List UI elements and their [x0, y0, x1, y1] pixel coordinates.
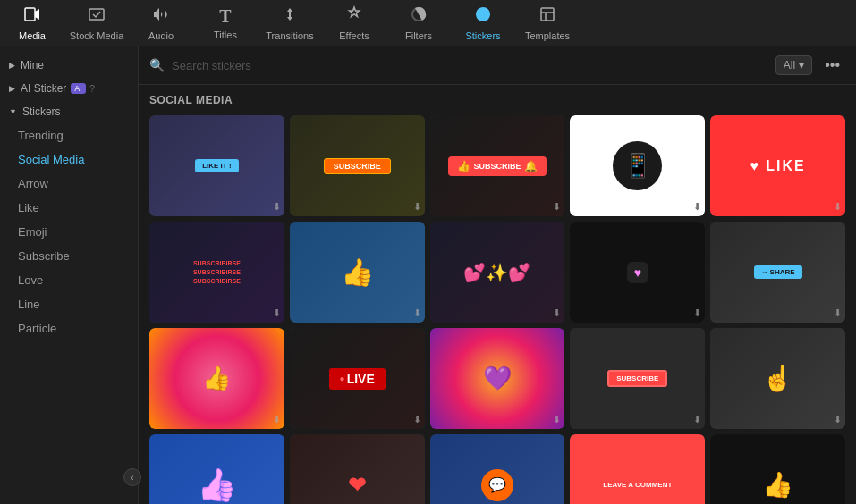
- download-icon[interactable]: ⬇: [693, 201, 701, 213]
- nav-stock-media-label: Stock Media: [70, 30, 124, 41]
- nav-effects[interactable]: Effects: [322, 0, 386, 46]
- more-options-button[interactable]: •••: [819, 55, 845, 75]
- search-input[interactable]: [172, 59, 768, 72]
- nav-stock-media[interactable]: Stock Media: [64, 0, 129, 46]
- sticker-item[interactable]: → SHARE ⬇: [710, 222, 845, 323]
- sidebar-item-like[interactable]: Like: [0, 196, 138, 220]
- sticker-item[interactable]: SUBSCRIBE ⬇: [290, 115, 425, 216]
- nav-templates[interactable]: Templates: [515, 0, 580, 46]
- sidebar-item-particle[interactable]: Particle: [0, 316, 138, 340]
- nav-titles-label: Titles: [214, 29, 237, 40]
- sticker-item[interactable]: 👍 SUBSCRIBE 🔔 ⬇: [430, 115, 565, 216]
- svg-rect-2: [541, 8, 554, 21]
- effects-icon: [345, 5, 363, 28]
- download-icon[interactable]: ⬇: [273, 307, 281, 319]
- transitions-icon: [281, 5, 299, 28]
- sticker-item[interactable]: ●LIVE ⬇: [290, 328, 425, 429]
- sidebar-item-social-media[interactable]: Social Media: [0, 147, 138, 172]
- sidebar-mine-label: Mine: [21, 59, 44, 71]
- nav-titles[interactable]: T Titles: [193, 0, 258, 46]
- sticker-item[interactable]: 👍 ⬇: [149, 434, 284, 504]
- nav-audio-label: Audio: [148, 30, 174, 41]
- sticker-item[interactable]: 👍 ⬇: [290, 222, 425, 323]
- nav-filters[interactable]: Filters: [386, 0, 451, 46]
- sticker-grid: LIKE IT ! ⬇ SUBSCRIBE ⬇ 👍 SUBSCRIBE 🔔: [149, 115, 845, 504]
- sidebar-item-emoji[interactable]: Emoji: [0, 220, 138, 244]
- dropdown-chevron-icon: ▾: [799, 59, 804, 71]
- download-icon[interactable]: ⬇: [693, 414, 701, 425]
- nav-media[interactable]: Media: [0, 0, 64, 46]
- svg-rect-1: [89, 9, 104, 20]
- sticker-item[interactable]: LIKE IT ! ⬇: [149, 115, 284, 216]
- content-area: 🔍 All ▾ ••• SOCIAL MEDIA LIKE IT ! ⬇: [139, 46, 856, 504]
- nav-transitions-label: Transitions: [266, 30, 313, 41]
- sticker-item[interactable]: SUBSCRIBE ⬇: [570, 328, 705, 429]
- media-icon: [23, 5, 41, 28]
- titles-icon: T: [219, 6, 231, 27]
- download-icon[interactable]: ⬇: [273, 201, 281, 213]
- sidebar-mine[interactable]: ▶ Mine: [0, 54, 138, 77]
- sidebar-item-trending[interactable]: Trending: [0, 123, 138, 147]
- sidebar-item-line[interactable]: Line: [0, 292, 138, 316]
- ai-badge: AI: [71, 83, 86, 94]
- download-icon[interactable]: ⬇: [834, 414, 842, 425]
- nav-audio[interactable]: Audio: [129, 0, 193, 46]
- sticker-item[interactable]: ♥ LIKE ⬇: [710, 115, 845, 216]
- sidebar-stickers-header[interactable]: ▼ Stickers: [0, 100, 138, 123]
- sticker-item[interactable]: ☝️ ⬇: [710, 328, 845, 429]
- sidebar-stickers-label: Stickers: [22, 105, 61, 118]
- chevron-right-ai-icon: ▶: [9, 84, 15, 93]
- sidebar-ai-sticker[interactable]: ▶ AI Sticker AI ?: [0, 77, 138, 100]
- sticker-item[interactable]: 👍 ⬇: [149, 328, 284, 429]
- sticker-item[interactable]: SUBSCRIBIRSESUBSCRIBIRSESUBSCRIBIRSE ⬇: [149, 222, 284, 323]
- sidebar-item-love[interactable]: Love: [0, 268, 138, 292]
- stickers-icon: [474, 5, 492, 28]
- download-icon[interactable]: ⬇: [413, 414, 421, 425]
- help-icon: ?: [89, 83, 95, 94]
- nav-templates-label: Templates: [525, 30, 570, 41]
- filter-dropdown[interactable]: All ▾: [775, 55, 812, 75]
- audio-icon: [152, 5, 170, 28]
- sidebar: ▶ Mine ▶ AI Sticker AI ? ▼ Stickers Tren…: [0, 46, 139, 504]
- sticker-item[interactable]: 💬 ⬇: [430, 434, 565, 504]
- stock-media-icon: [88, 5, 106, 28]
- download-icon[interactable]: ⬇: [553, 201, 561, 213]
- nav-transitions[interactable]: Transitions: [258, 0, 322, 46]
- sticker-item[interactable]: 💜 ⬇: [430, 328, 565, 429]
- svg-rect-0: [25, 8, 35, 21]
- nav-media-label: Media: [19, 30, 46, 41]
- sidebar-ai-sticker-label: AI Sticker: [21, 82, 66, 95]
- sidebar-item-arrow[interactable]: Arrow: [0, 172, 138, 196]
- chevron-right-icon: ▶: [9, 61, 15, 70]
- top-nav: Media Stock Media Audio T Titles Transit…: [0, 0, 856, 46]
- download-icon[interactable]: ⬇: [834, 201, 842, 213]
- nav-effects-label: Effects: [339, 30, 369, 41]
- sidebar-item-subscribe[interactable]: Subscribe: [0, 244, 138, 268]
- download-icon[interactable]: ⬇: [553, 307, 561, 319]
- nav-stickers-label: Stickers: [465, 30, 500, 41]
- main-wrapper: ▶ Mine ▶ AI Sticker AI ? ▼ Stickers Tren…: [0, 46, 856, 504]
- search-icon: 🔍: [149, 58, 165, 72]
- download-icon[interactable]: ⬇: [413, 307, 421, 319]
- sticker-item[interactable]: 📱 ⬇: [570, 115, 705, 216]
- download-icon[interactable]: ⬇: [834, 307, 842, 319]
- download-icon[interactable]: ⬇: [693, 307, 701, 319]
- sticker-item[interactable]: ❤ ⬇: [290, 434, 425, 504]
- sticker-item[interactable]: 👍 ⬇: [710, 434, 845, 504]
- download-icon[interactable]: ⬇: [413, 201, 421, 213]
- nav-filters-label: Filters: [405, 30, 432, 41]
- filters-icon: [410, 5, 428, 28]
- sticker-item[interactable]: LEAVE A COMMENT ⬇: [570, 434, 705, 504]
- nav-stickers[interactable]: Stickers: [451, 0, 515, 46]
- download-icon[interactable]: ⬇: [553, 414, 561, 425]
- sticker-item[interactable]: 💕✨💕 ⬇: [430, 222, 565, 323]
- section-title: SOCIAL MEDIA: [149, 94, 845, 106]
- chevron-down-icon: ▼: [9, 107, 17, 116]
- templates-icon: [538, 5, 556, 28]
- sidebar-collapse-button[interactable]: ‹: [123, 468, 141, 486]
- search-bar: 🔍 All ▾ •••: [139, 46, 856, 85]
- sticker-grid-container: SOCIAL MEDIA LIKE IT ! ⬇ SUBSCRIBE ⬇: [139, 85, 856, 504]
- download-icon[interactable]: ⬇: [273, 414, 281, 425]
- sticker-item[interactable]: ♥ ⬇: [570, 222, 705, 323]
